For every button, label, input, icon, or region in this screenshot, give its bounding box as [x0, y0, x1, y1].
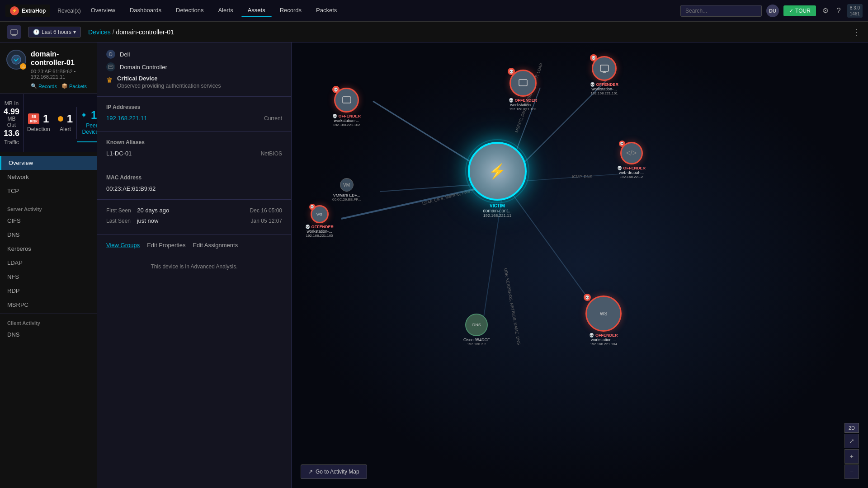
- vmware-node[interactable]: VM VMware EBF... 00:0C:29:EB:FF...: [332, 178, 361, 202]
- product-name: Reveal(x): [57, 8, 80, 14]
- breadcrumb-parent[interactable]: Devices: [88, 28, 111, 36]
- records-icon: 🔍: [31, 83, 37, 89]
- edit-properties-link[interactable]: Edit Properties: [147, 242, 185, 249]
- svg-point-3: [12, 55, 21, 64]
- last-seen-label: Last Seen: [106, 218, 131, 224]
- alert-stat[interactable]: 1 Alert: [54, 107, 77, 139]
- device-icon: ⚠: [6, 50, 26, 70]
- crown-icon: ♛: [106, 76, 113, 84]
- cisco-node[interactable]: DNS Cisco 954DCF 192.168.2.2: [463, 314, 490, 346]
- nav-records[interactable]: Records: [274, 4, 308, 17]
- tour-button[interactable]: ✓ TOUR: [783, 5, 816, 16]
- role-row: Domain Controller: [106, 62, 282, 71]
- alias-row: L1-DC-01 NetBIOS: [106, 150, 282, 157]
- sidebar-item-network[interactable]: Network: [0, 170, 97, 184]
- sidebar-item-msrpc[interactable]: MSRPC: [0, 298, 97, 312]
- svg-rect-21: [343, 97, 351, 103]
- svg-rect-18: [600, 65, 609, 71]
- nav-dashboards[interactable]: Dashboards: [123, 4, 168, 17]
- logo-area[interactable]: ⚡ ExtraHop: [5, 5, 50, 17]
- detection-stat[interactable]: 88RISK 1 Detection: [24, 107, 54, 139]
- alias-type: NetBIOS: [261, 150, 282, 157]
- sidebar-item-dns[interactable]: DNS: [0, 228, 97, 242]
- time-range-selector[interactable]: 🕐 Last 6 hours ▾: [28, 27, 81, 38]
- sidebar-item-rdp[interactable]: RDP: [0, 284, 97, 298]
- role-icon: [106, 62, 115, 71]
- nav-packets[interactable]: Packets: [310, 4, 343, 17]
- nav-overview[interactable]: Overview: [85, 4, 122, 17]
- offender-node-ws105[interactable]: WS 💀 💀 OFFENDER workstation-... 192.168.…: [305, 205, 334, 238]
- view-groups-link[interactable]: View Groups: [106, 242, 140, 249]
- last-seen-row: Last Seen just now Jan 05 12:07: [106, 217, 282, 224]
- goto-activity-map-button[interactable]: ↗ Go to Activity Map: [301, 465, 367, 479]
- activity-map[interactable]: LDAP, CIFS, MSRPC, DNS, KERBEROS, UDP MS…: [292, 42, 868, 488]
- device-badge: ⚠: [20, 63, 26, 70]
- nav-alerts[interactable]: Alerts: [212, 4, 239, 17]
- ip-row: 192.168.221.11 Current: [106, 115, 282, 122]
- offender-node-ws103[interactable]: 💀 💀 OFFENDER workstation-... 192.168.221…: [509, 70, 537, 111]
- packets-link[interactable]: 📦 Packets: [61, 83, 87, 89]
- ip-section-title: IP Addresses: [106, 104, 282, 110]
- packets-icon: 📦: [61, 83, 68, 89]
- main-nav: Overview Dashboards Detections Alerts As…: [85, 4, 677, 17]
- peer-devices-stat[interactable]: ✦ 10 Peer Devices: [77, 103, 97, 142]
- tour-check-icon: ✓: [789, 8, 793, 14]
- risk-score-badge: 88RISK: [28, 113, 39, 124]
- svg-text:ICMP, DNS: ICMP, DNS: [572, 174, 592, 179]
- device-type-section: D Dell Domain Controller ♛ Critical Devi…: [97, 42, 291, 97]
- extrahop-logo-icon: ⚡: [10, 6, 19, 15]
- first-seen-row: First Seen 20 days ago Dec 16 05:00: [106, 207, 282, 214]
- settings-icon[interactable]: ⚙: [821, 5, 830, 17]
- help-icon[interactable]: ?: [835, 5, 843, 17]
- svg-rect-4: [108, 65, 113, 69]
- sidebar-item-nfs[interactable]: NFS: [0, 270, 97, 284]
- user-avatar[interactable]: DU: [766, 5, 779, 17]
- records-link[interactable]: 🔍 Records: [31, 83, 57, 89]
- device-role: Domain Controller: [120, 64, 167, 70]
- aliases-section: Known Aliases L1-DC-01 NetBIOS: [97, 132, 291, 167]
- victim-node[interactable]: ⚡ VICTIM domain-cont... 192.168.221.11: [468, 142, 527, 218]
- sidebar-item-client-dns[interactable]: DNS: [0, 328, 97, 342]
- alias-value: L1-DC-01: [106, 150, 132, 157]
- sidebar-item-cifs[interactable]: CIFS: [0, 214, 97, 228]
- seen-section: First Seen 20 days ago Dec 16 05:00 Last…: [97, 200, 291, 235]
- vendor-icon: D: [106, 50, 115, 59]
- offender-node-ws101[interactable]: 💀 💀 OFFENDER workstation-... 192.168.221…: [590, 56, 618, 95]
- search-input[interactable]: [680, 5, 762, 17]
- nav-detections[interactable]: Detections: [170, 4, 210, 17]
- offender-ws101-ip: 192.168.221.101: [590, 91, 618, 95]
- sidebar-item-ldap[interactable]: LDAP: [0, 256, 97, 270]
- traffic-stat[interactable]: MB In 4.99 MB Out 13.6 Traffic: [0, 94, 24, 152]
- critical-device-row: ♛ Critical Device Observed providing aut…: [106, 75, 282, 89]
- victim-ip: 192.168.221.11: [483, 213, 511, 218]
- first-seen-date: Dec 16 05:00: [250, 207, 282, 214]
- nav-assets[interactable]: Assets: [241, 4, 272, 17]
- first-seen-value: 20 days ago: [137, 207, 169, 214]
- offender-node-ws102[interactable]: 💀 💀 OFFENDER workstation-... 192.168.221…: [332, 88, 361, 127]
- vendor-name: Dell: [120, 51, 130, 58]
- ip-value[interactable]: 192.168.221.11: [106, 115, 147, 122]
- device-header: ⚠ domain-controller-01 00:23:AE:61:B9:62…: [0, 42, 97, 94]
- breadcrumb-current: domain-controller-01: [116, 28, 174, 36]
- sidebar-item-overview[interactable]: Overview: [0, 156, 97, 170]
- sidebar-item-kerberos[interactable]: Kerberos: [0, 242, 97, 256]
- device-links: 🔍 Records 📦 Packets: [31, 83, 90, 89]
- offender-node-ws104[interactable]: WS 💀 💀 OFFENDER workstation-... 192.168.…: [585, 296, 622, 346]
- activity-map-panel: LDAP, CIFS, MSRPC, DNS, KERBEROS, UDP MS…: [292, 42, 868, 488]
- more-options-icon[interactable]: ⋮: [853, 27, 861, 37]
- device-name: domain-controller-01: [31, 50, 90, 67]
- sidebar-item-tcp[interactable]: TCP: [0, 184, 97, 198]
- 2d-toggle-button[interactable]: 2D: [844, 423, 859, 433]
- zoom-out-button[interactable]: −: [844, 465, 859, 479]
- mac-value: 00:23:AE:61:B9:62: [106, 185, 282, 192]
- zoom-in-button[interactable]: +: [844, 449, 859, 464]
- offender-node-drupal[interactable]: </> 💀 💀 OFFENDER web-drupal-... 192.168.…: [617, 142, 646, 179]
- edit-assignments-link[interactable]: Edit Assignments: [193, 242, 238, 249]
- external-link-icon: ↗: [308, 469, 313, 475]
- clock-icon: 🕐: [33, 29, 40, 35]
- last-seen-value: just now: [137, 217, 159, 224]
- svg-rect-0: [11, 30, 17, 34]
- top-navigation: ⚡ ExtraHop Reveal(x) Overview Dashboards…: [0, 0, 868, 22]
- left-sidebar: ⚠ domain-controller-01 00:23:AE:61:B9:62…: [0, 42, 97, 488]
- expand-map-button[interactable]: ⤢: [844, 434, 859, 448]
